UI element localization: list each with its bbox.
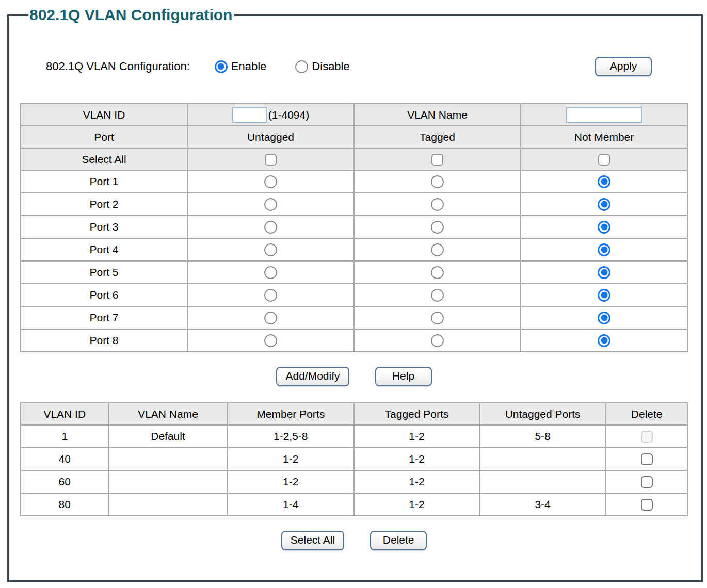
- vlan-list-header-row: VLAN ID VLAN Name Member Ports Tagged Po…: [21, 403, 687, 425]
- delete-checkbox[interactable]: [641, 499, 653, 511]
- select-all-button[interactable]: Select All: [281, 531, 344, 550]
- untagged-ports-cell: [479, 448, 606, 470]
- vlan-id-row: VLAN ID (1-4094) VLAN Name: [21, 104, 687, 126]
- not-member-column-header: Not Member: [521, 126, 687, 148]
- untagged-radio[interactable]: [264, 334, 277, 347]
- port-row-3: Port 3: [21, 216, 687, 238]
- not-member-radio[interactable]: [598, 175, 610, 188]
- add-modify-button[interactable]: Add/Modify: [276, 367, 349, 386]
- vlan-id-input-cell: (1-4094): [187, 104, 354, 126]
- tagged-ports-cell: 1-2: [354, 425, 479, 448]
- tagged-radio[interactable]: [431, 312, 444, 324]
- select-all-label: Select All: [21, 148, 187, 170]
- port-row-6: Port 6: [21, 284, 687, 306]
- vlan-row-80: 80 1-4 1-2 3-4: [21, 493, 687, 516]
- vlan-id-range-hint: (1-4094): [268, 109, 309, 121]
- vlan-name-cell: Default: [109, 425, 228, 448]
- member-ports-cell: 1-2: [228, 470, 354, 493]
- list-tagged-ports-header: Tagged Ports: [354, 403, 479, 425]
- not-member-radio[interactable]: [598, 198, 610, 211]
- untagged-ports-cell: [479, 470, 606, 493]
- apply-button[interactable]: Apply: [595, 57, 652, 76]
- enable-option[interactable]: Enable: [215, 60, 267, 73]
- tagged-radio[interactable]: [431, 243, 444, 256]
- vlan-id-cell: 60: [21, 470, 109, 493]
- port-label: Port 8: [21, 329, 187, 352]
- untagged-radio[interactable]: [264, 312, 277, 324]
- vlan-id-cell: 1: [21, 425, 109, 448]
- not-member-radio[interactable]: [598, 221, 610, 234]
- port-row-7: Port 7: [21, 306, 687, 329]
- tagged-ports-cell: 1-2: [354, 448, 479, 470]
- tagged-radio[interactable]: [431, 334, 444, 347]
- port-row-1: Port 1: [21, 170, 687, 193]
- vlan-name-cell: [109, 493, 228, 516]
- vlan-id-cell: 40: [21, 448, 109, 470]
- untagged-radio[interactable]: [264, 266, 277, 279]
- tagged-radio[interactable]: [431, 175, 444, 188]
- port-row-5: Port 5: [21, 261, 687, 284]
- port-label: Port 6: [21, 284, 187, 306]
- vlan-name-cell: [109, 470, 228, 493]
- select-all-tagged-checkbox[interactable]: [431, 154, 443, 166]
- enable-radio[interactable]: [215, 60, 228, 73]
- vlan-row-1: 1 Default 1-2,5-8 1-2 5-8: [21, 425, 687, 448]
- member-ports-cell: 1-4: [228, 493, 354, 516]
- delete-button[interactable]: Delete: [370, 531, 427, 550]
- untagged-radio[interactable]: [264, 243, 277, 256]
- tagged-radio[interactable]: [431, 289, 444, 302]
- untagged-radio[interactable]: [264, 198, 277, 211]
- port-label: Port 2: [21, 193, 187, 216]
- port-row-8: Port 8: [21, 329, 687, 352]
- vlan-row-60: 60 1-2 1-2: [21, 470, 687, 493]
- port-row-2: Port 2: [21, 193, 687, 216]
- untagged-column-header: Untagged: [187, 126, 354, 148]
- top-action-row: Add/Modify Help: [20, 367, 688, 386]
- vlan-id-input[interactable]: [232, 107, 267, 123]
- port-column-header: Port: [21, 126, 187, 148]
- port-label: Port 4: [21, 238, 187, 261]
- list-delete-header: Delete: [606, 403, 687, 425]
- help-button[interactable]: Help: [375, 367, 432, 386]
- port-label: Port 1: [21, 170, 187, 193]
- delete-checkbox[interactable]: [641, 476, 653, 488]
- disable-radio[interactable]: [295, 60, 308, 73]
- tagged-radio[interactable]: [431, 198, 444, 211]
- delete-checkbox[interactable]: [641, 453, 653, 465]
- tagged-ports-cell: 1-2: [354, 493, 479, 516]
- not-member-radio[interactable]: [598, 243, 610, 256]
- select-all-untagged-checkbox[interactable]: [265, 154, 277, 166]
- untagged-radio[interactable]: [264, 175, 277, 188]
- vlan-name-input-cell: [521, 104, 687, 126]
- vlan-row-40: 40 1-2 1-2: [21, 448, 687, 470]
- tagged-radio[interactable]: [431, 221, 444, 234]
- page-title: 802.1Q VLAN Configuration: [28, 6, 234, 24]
- vlan-list-table: VLAN ID VLAN Name Member Ports Tagged Po…: [20, 402, 688, 516]
- member-ports-cell: 1-2: [228, 448, 354, 470]
- vlan-id-header: VLAN ID: [21, 104, 187, 126]
- not-member-radio[interactable]: [598, 334, 610, 347]
- vlan-config-label: 802.1Q VLAN Configuration:: [46, 60, 190, 73]
- list-vlan-id-header: VLAN ID: [21, 403, 109, 425]
- port-row-4: Port 4: [21, 238, 687, 261]
- untagged-radio[interactable]: [264, 221, 277, 234]
- untagged-radio[interactable]: [264, 289, 277, 302]
- column-header-row: Port Untagged Tagged Not Member: [21, 126, 687, 148]
- tagged-radio[interactable]: [431, 266, 444, 279]
- port-label: Port 3: [21, 216, 187, 238]
- list-untagged-ports-header: Untagged Ports: [479, 403, 606, 425]
- not-member-radio[interactable]: [598, 289, 610, 302]
- disable-option[interactable]: Disable: [295, 60, 349, 73]
- vlan-config-panel: 802.1Q VLAN Configuration 802.1Q VLAN Co…: [7, 6, 703, 582]
- untagged-ports-cell: 3-4: [479, 493, 606, 516]
- not-member-radio[interactable]: [598, 266, 610, 279]
- vlan-name-cell: [109, 448, 228, 470]
- disable-label: Disable: [312, 60, 349, 73]
- not-member-radio[interactable]: [598, 312, 610, 324]
- vlan-name-input[interactable]: [566, 107, 642, 123]
- delete-checkbox: [641, 431, 653, 443]
- port-label: Port 7: [21, 306, 187, 329]
- vlan-config-table: VLAN ID (1-4094) VLAN Name Port Untagged…: [20, 103, 688, 352]
- select-all-not-member-checkbox[interactable]: [598, 154, 610, 166]
- list-member-ports-header: Member Ports: [228, 403, 354, 425]
